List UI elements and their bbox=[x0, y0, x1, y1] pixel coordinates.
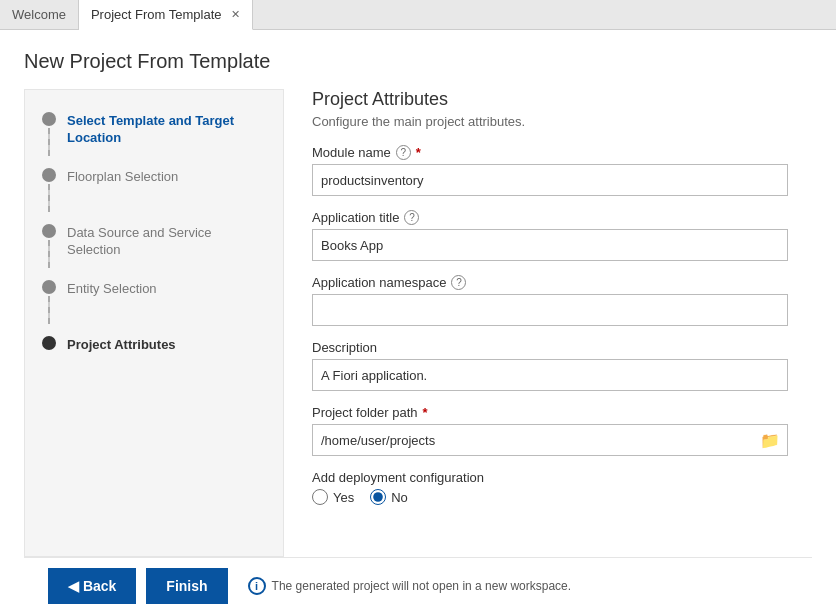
app-title-help-icon[interactable]: ? bbox=[404, 210, 419, 225]
step-label-3: Data Source and Service Selection bbox=[67, 224, 267, 259]
form-group-folder-path: Project folder path * 📁 bbox=[312, 405, 788, 456]
app-title-input[interactable] bbox=[312, 229, 788, 261]
form-group-module-name: Module name ? * bbox=[312, 145, 788, 196]
form-group-app-namespace: Application namespace ? bbox=[312, 275, 788, 326]
tab-welcome-label: Welcome bbox=[12, 7, 66, 22]
finish-button[interactable]: Finish bbox=[146, 568, 227, 604]
step-data-source[interactable]: Data Source and Service Selection bbox=[25, 218, 283, 274]
tab-project-label: Project From Template bbox=[91, 7, 222, 22]
app-namespace-help-icon[interactable]: ? bbox=[451, 275, 466, 290]
deployment-label: Add deployment configuration bbox=[312, 470, 788, 485]
form-group-deployment: Add deployment configuration Yes No bbox=[312, 470, 788, 505]
module-name-label: Module name ? * bbox=[312, 145, 788, 160]
deployment-no-label: No bbox=[391, 490, 408, 505]
step-floorplan[interactable]: Floorplan Selection bbox=[25, 162, 283, 218]
step-label-4: Entity Selection bbox=[67, 280, 157, 298]
step-dot-2 bbox=[42, 168, 56, 182]
step-dot-5 bbox=[42, 336, 56, 350]
app-namespace-label: Application namespace ? bbox=[312, 275, 788, 290]
module-name-input[interactable] bbox=[312, 164, 788, 196]
folder-path-input-wrapper: 📁 bbox=[312, 424, 788, 456]
folder-path-required: * bbox=[423, 405, 428, 420]
tab-bar: Welcome Project From Template ✕ bbox=[0, 0, 836, 30]
step-line-2 bbox=[48, 184, 50, 212]
deployment-yes-radio[interactable] bbox=[312, 489, 328, 505]
step-line-3 bbox=[48, 240, 50, 268]
step-label-5: Project Attributes bbox=[67, 336, 176, 354]
folder-path-label: Project folder path * bbox=[312, 405, 788, 420]
sidebar: Select Template and Target Location Floo… bbox=[24, 89, 284, 557]
description-input[interactable] bbox=[312, 359, 788, 391]
panel-title: Project Attributes bbox=[312, 89, 788, 110]
form-group-description: Description bbox=[312, 340, 788, 391]
deployment-no-option[interactable]: No bbox=[370, 489, 408, 505]
step-indicator-3 bbox=[41, 224, 57, 268]
step-entity[interactable]: Entity Selection bbox=[25, 274, 283, 330]
footer-note-text: The generated project will not open in a… bbox=[272, 579, 572, 593]
main-area: New Project From Template Select Templat… bbox=[0, 30, 836, 614]
page-title: New Project From Template bbox=[24, 50, 812, 73]
content-body: Select Template and Target Location Floo… bbox=[24, 89, 812, 557]
step-select-template[interactable]: Select Template and Target Location bbox=[25, 106, 283, 162]
step-dot-4 bbox=[42, 280, 56, 294]
folder-path-input[interactable] bbox=[312, 424, 788, 456]
module-name-help-icon[interactable]: ? bbox=[396, 145, 411, 160]
tab-project-from-template[interactable]: Project From Template ✕ bbox=[79, 0, 254, 30]
deployment-yes-option[interactable]: Yes bbox=[312, 489, 354, 505]
back-button[interactable]: ◀ Back bbox=[48, 568, 136, 604]
app-title-label: Application title ? bbox=[312, 210, 788, 225]
step-label-1: Select Template and Target Location bbox=[67, 112, 267, 147]
right-panel: Project Attributes Configure the main pr… bbox=[284, 89, 812, 557]
module-name-required: * bbox=[416, 145, 421, 160]
deployment-no-radio[interactable] bbox=[370, 489, 386, 505]
deployment-yes-label: Yes bbox=[333, 490, 354, 505]
footer: ◀ Back Finish i The generated project wi… bbox=[24, 557, 812, 614]
step-indicator-2 bbox=[41, 168, 57, 212]
footer-note: i The generated project will not open in… bbox=[248, 577, 572, 595]
tab-welcome[interactable]: Welcome bbox=[0, 0, 79, 29]
step-indicator-5 bbox=[41, 336, 57, 350]
step-label-2: Floorplan Selection bbox=[67, 168, 178, 186]
step-dot-3 bbox=[42, 224, 56, 238]
step-project-attributes[interactable]: Project Attributes bbox=[25, 330, 283, 360]
app-namespace-input[interactable] bbox=[312, 294, 788, 326]
folder-browse-icon[interactable]: 📁 bbox=[760, 431, 780, 450]
panel-subtitle: Configure the main project attributes. bbox=[312, 114, 788, 129]
step-dot-1 bbox=[42, 112, 56, 126]
deployment-radio-group: Yes No bbox=[312, 489, 788, 505]
tab-close-icon[interactable]: ✕ bbox=[231, 8, 240, 21]
step-line-1 bbox=[48, 128, 50, 156]
form-group-app-title: Application title ? bbox=[312, 210, 788, 261]
step-indicator-4 bbox=[41, 280, 57, 324]
description-label: Description bbox=[312, 340, 788, 355]
info-icon: i bbox=[248, 577, 266, 595]
step-line-4 bbox=[48, 296, 50, 324]
step-indicator-1 bbox=[41, 112, 57, 156]
